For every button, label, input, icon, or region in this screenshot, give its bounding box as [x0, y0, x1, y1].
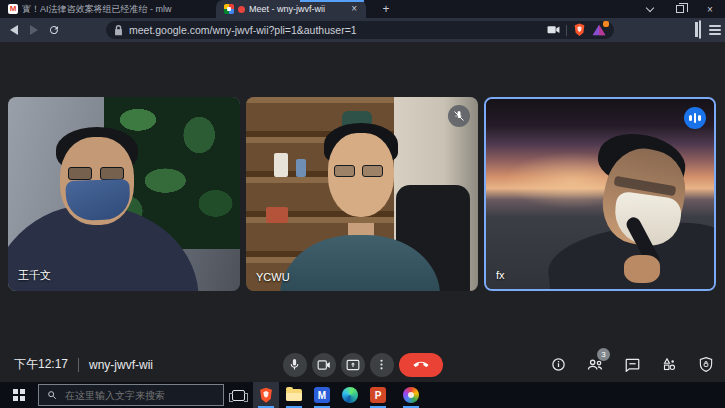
participant-name: fx: [496, 269, 505, 281]
video-tile-2[interactable]: YCWU: [246, 97, 478, 291]
participant-name: 王千文: [18, 268, 51, 283]
search-input[interactable]: [63, 389, 203, 402]
meeting-details-button[interactable]: [547, 354, 569, 376]
mic-button[interactable]: [283, 353, 307, 377]
participant-name: YCWU: [256, 271, 290, 283]
meet-control-bar: 下午12:17 wny-jwvf-wii: [0, 347, 725, 382]
more-vert-icon: [375, 358, 388, 371]
shield-lock-icon: [699, 357, 713, 372]
tab-gmail[interactable]: M 寳！AI法律咨效案将组已经准绐 - mlw: [0, 0, 213, 18]
tab-camera-indicator-icon[interactable]: [547, 25, 560, 35]
activities-shapes-icon: [662, 357, 677, 372]
task-view-icon: [232, 390, 245, 401]
lock-icon[interactable]: [114, 25, 123, 36]
restore-icon: [676, 5, 684, 13]
tile2-glasses: [334, 165, 355, 177]
reload-icon: [48, 24, 60, 36]
start-button[interactable]: [0, 382, 38, 408]
reload-button[interactable]: [44, 20, 64, 40]
taskbar-app-m[interactable]: M: [309, 382, 335, 408]
meet-panel-buttons: 3: [547, 347, 717, 382]
gmail-icon: M: [8, 4, 18, 14]
toolbar-right: [699, 18, 721, 42]
task-view-button[interactable]: [225, 382, 251, 408]
show-everyone-button[interactable]: 3: [584, 354, 606, 376]
mic-off-icon: [453, 110, 465, 122]
tile2-shelf-item: [274, 153, 288, 177]
address-bar[interactable]: meet.google.com/wny-jwvf-wii?pli=1&authu…: [106, 21, 614, 39]
new-tab-button[interactable]: +: [378, 2, 394, 16]
leave-call-button[interactable]: [399, 353, 443, 377]
sidebar-toggle-button[interactable]: [699, 21, 701, 39]
url-text: meet.google.com/wny-jwvf-wii?pli=1&authu…: [129, 24, 541, 36]
windows-logo-icon: [13, 389, 25, 401]
meet-icon: [224, 4, 234, 14]
browser-menu-button[interactable]: [709, 25, 721, 35]
info-icon: [551, 357, 566, 372]
present-screen-button[interactable]: [341, 353, 365, 377]
powerpoint-icon: P: [370, 387, 386, 403]
tile1-glasses: [100, 167, 124, 180]
participant-count-badge: 3: [597, 348, 610, 361]
tile2-glasses: [362, 165, 383, 177]
camera-in-use-icon: [238, 6, 245, 13]
mic-icon: [288, 358, 301, 371]
brave-icon: [258, 387, 274, 404]
file-explorer-icon: [286, 389, 302, 401]
video-tile-3-active-speaker[interactable]: fx: [484, 97, 716, 291]
speaking-indicator: [684, 107, 706, 129]
search-icon: [47, 390, 57, 400]
present-icon: [346, 359, 360, 371]
back-button[interactable]: [4, 20, 24, 40]
taskbar-app-edge[interactable]: [337, 382, 363, 408]
back-icon: [10, 25, 18, 35]
tile1-glasses: [68, 167, 92, 180]
extension-button[interactable]: [592, 24, 606, 36]
taskbar-app-powerpoint[interactable]: P: [365, 382, 391, 408]
camera-button[interactable]: [312, 353, 336, 377]
mic-muted-indicator: [448, 105, 470, 127]
taskbar-app-brave[interactable]: [253, 382, 279, 408]
call-end-icon: [413, 361, 429, 369]
video-tile-1[interactable]: 王千文: [8, 97, 240, 291]
extension-badge: [603, 21, 609, 27]
more-options-button[interactable]: [370, 353, 394, 377]
forward-icon: [30, 25, 38, 35]
window-controls: ×: [635, 0, 725, 18]
windows-taskbar: M P 25°C 小雨 英 下午 12:17 2022/: [0, 382, 725, 408]
tile2-shelf-item: [266, 207, 288, 223]
paint-palette-icon: [403, 387, 419, 403]
edge-icon: [342, 387, 358, 403]
taskbar-app-paint[interactable]: [398, 382, 424, 408]
chevron-down-icon: [646, 3, 654, 11]
m-app-icon: M: [314, 387, 330, 403]
tile2-shelf-item: [296, 159, 306, 177]
tab-search-button[interactable]: [635, 0, 665, 18]
host-controls-button[interactable]: [695, 354, 717, 376]
tab-accent-line: [300, 0, 364, 2]
taskbar-search[interactable]: [38, 384, 224, 406]
divider: [566, 25, 567, 36]
taskbar-app-file-explorer[interactable]: [281, 382, 307, 408]
screen: M 寳！AI法律咨效案将组已经准绐 - mlw Meet - wny-jwvf-…: [0, 0, 725, 408]
activities-button[interactable]: [658, 354, 680, 376]
address-bar-indicators: [547, 23, 606, 37]
browser-tab-strip: M 寳！AI法律咨效案将组已经准绐 - mlw Meet - wny-jwvf-…: [0, 0, 725, 18]
tab-meet-title: Meet - wny-jwvf-wii: [249, 4, 346, 14]
tab-gmail-title: 寳！AI法律咨效案将组已经准绐 - mlw: [22, 3, 205, 16]
forward-button[interactable]: [24, 20, 44, 40]
window-restore-button[interactable]: [665, 0, 695, 18]
chat-icon: [625, 358, 640, 372]
videocam-icon: [317, 359, 331, 371]
window-close-button[interactable]: ×: [695, 0, 725, 18]
chat-button[interactable]: [621, 354, 643, 376]
sidebar-icon: [699, 20, 701, 39]
brave-shield-icon[interactable]: [573, 23, 586, 37]
tab-meet[interactable]: Meet - wny-jwvf-wii ×: [216, 0, 366, 18]
close-tab-icon[interactable]: ×: [350, 4, 358, 14]
tile3-hand: [624, 255, 660, 283]
